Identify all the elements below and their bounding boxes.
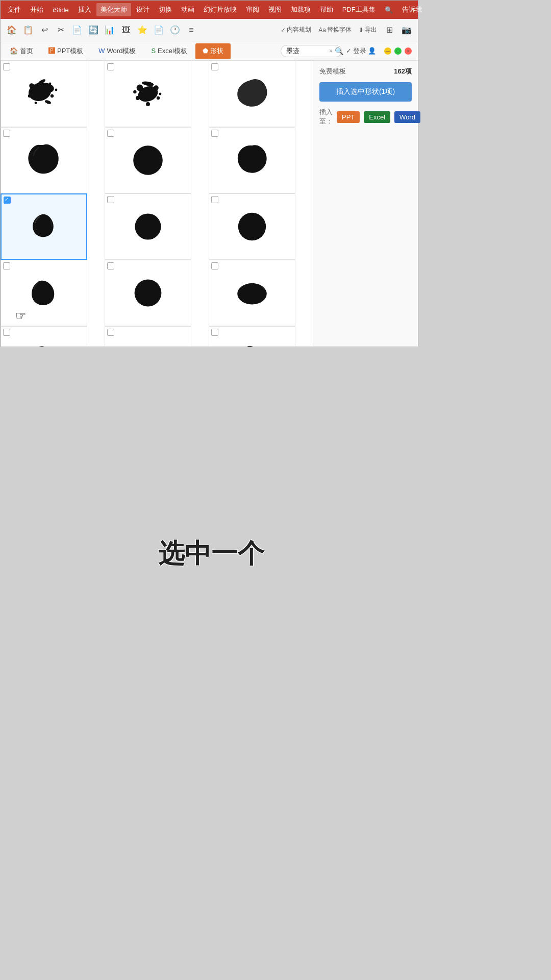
checkbox-1[interactable] — [3, 63, 10, 70]
grid-item-12[interactable] — [209, 260, 295, 326]
grid-item-4[interactable] — [1, 127, 87, 193]
menu-bar: 文件 开始 iSlide 插入 美化大师 设计 切换 动画 幻灯片放映 审阅 视… — [1, 1, 418, 19]
tab-word[interactable]: W Word模板 — [91, 43, 143, 59]
menu-item-transition[interactable]: 切换 — [155, 3, 176, 16]
login-btn[interactable]: ✓ 登录 👤 — [346, 46, 376, 56]
toolbar-grid2-icon[interactable]: ⊞ — [382, 23, 396, 37]
toolbar-copy-icon[interactable]: 📄 — [70, 23, 84, 37]
grid-item-11[interactable] — [105, 260, 191, 326]
toolbar-time-icon[interactable]: 🕐 — [168, 23, 182, 37]
shape-6 — [232, 140, 272, 181]
checkbox-6[interactable] — [211, 130, 218, 137]
replace-font-btn[interactable]: Aa 替换字体 — [316, 24, 354, 35]
toolbar: 🏠 📋 ↩ ✂ 📄 🔄 📊 🖼 ⭐ 📄 🕐 ≡ ✓ 内容规划 Aa 替换字体 ⬇… — [1, 19, 418, 41]
grid-item-9[interactable] — [209, 193, 295, 260]
free-count-row: 免费模板 162项 — [319, 67, 412, 76]
tab-excel[interactable]: S Excel模板 — [144, 43, 194, 59]
close-btn[interactable]: × — [405, 47, 412, 55]
toolbar-grid-icon[interactable]: 📊 — [103, 23, 117, 37]
toolbar-refresh-icon[interactable]: 🔄 — [86, 23, 101, 37]
checkbox-14[interactable] — [107, 329, 114, 336]
word-badge[interactable]: Word — [394, 111, 420, 123]
maximize-btn[interactable]: □ — [394, 47, 402, 55]
main-content: 免费模板 162项 插入选中形状(1项) 插入至： PPT Excel Word — [1, 61, 418, 347]
menu-item-pdf[interactable]: PDF工具集 — [338, 3, 380, 16]
checkbox-10[interactable] — [3, 262, 10, 270]
home-icon: 🏠 — [10, 47, 18, 55]
grid-item-13[interactable] — [1, 326, 87, 347]
shape-8 — [128, 206, 168, 247]
grid-item-5[interactable] — [105, 127, 191, 193]
checkbox-12[interactable] — [211, 262, 218, 270]
toolbar-camera-icon[interactable]: 📷 — [399, 23, 414, 37]
toolbar-home-icon[interactable]: 🏠 — [5, 23, 19, 37]
checkbox-3[interactable] — [211, 63, 218, 70]
replace-font-icon: Aa — [318, 27, 326, 34]
menu-item-insert[interactable]: 插入 — [74, 3, 95, 16]
menu-item-addons[interactable]: 加载项 — [287, 3, 315, 16]
menu-item-beautify[interactable]: 美化大师 — [96, 3, 131, 16]
grid-item-10[interactable] — [1, 260, 87, 326]
menu-item-slideshow[interactable]: 幻灯片放映 — [199, 3, 241, 16]
toolbar-list-icon[interactable]: ≡ — [184, 23, 198, 37]
shape-2 — [128, 74, 168, 114]
insert-btn[interactable]: 插入选中形状(1项) — [319, 82, 412, 102]
tab-shape[interactable]: ⬟ 形状 — [195, 43, 231, 59]
svg-point-2 — [29, 83, 34, 88]
menu-item-file[interactable]: 文件 — [4, 3, 25, 16]
grid-item-7-selected[interactable] — [1, 193, 87, 260]
grid-item-1[interactable] — [1, 61, 87, 127]
checkbox-5[interactable] — [107, 130, 114, 137]
menu-item-tellme-text[interactable]: 告诉我 — [398, 3, 422, 16]
checkbox-8[interactable] — [107, 196, 114, 203]
checkbox-2[interactable] — [107, 63, 114, 70]
menu-item-design[interactable]: 设计 — [132, 3, 154, 16]
menu-item-islide[interactable]: iSlide — [48, 4, 73, 16]
shape-15 — [232, 339, 272, 347]
menu-item-animation[interactable]: 动画 — [177, 3, 198, 16]
menu-item-tellme[interactable]: 🔍 — [381, 4, 397, 16]
content-plan-btn[interactable]: ✓ 内容规划 — [279, 24, 313, 35]
checkbox-4[interactable] — [3, 130, 10, 137]
svg-point-21 — [238, 213, 266, 240]
content-plan-icon: ✓ — [281, 27, 286, 34]
toolbar-doc-icon[interactable]: 📄 — [152, 23, 166, 37]
shape-icon: ⬟ — [203, 47, 208, 55]
export-btn[interactable]: ⬇ 导出 — [357, 24, 379, 35]
tab-ppt[interactable]: 🅿 PPT模板 — [41, 43, 90, 59]
menu-item-review[interactable]: 审阅 — [242, 3, 263, 16]
svg-point-3 — [51, 94, 54, 97]
search-input-wrap[interactable]: × 🔍 — [281, 45, 342, 57]
checkbox-7[interactable] — [4, 197, 11, 204]
toolbar-undo-icon[interactable]: ↩ — [37, 23, 52, 37]
menu-item-view[interactable]: 视图 — [264, 3, 286, 16]
search-clear-btn[interactable]: × — [329, 47, 333, 55]
toolbar-scissors-icon[interactable]: ✂ — [54, 23, 68, 37]
shape-14 — [128, 339, 168, 347]
ppt-badge[interactable]: PPT — [337, 111, 360, 123]
toolbar-star-icon[interactable]: ⭐ — [135, 23, 149, 37]
excel-badge[interactable]: Excel — [364, 111, 390, 123]
ppt-icon: 🅿 — [48, 47, 55, 55]
search-go-btn[interactable]: 🔍 — [335, 47, 343, 55]
menu-item-start[interactable]: 开始 — [26, 3, 47, 16]
grid-item-8[interactable] — [105, 193, 191, 260]
search-input[interactable] — [286, 47, 327, 55]
grid-item-14[interactable] — [105, 326, 191, 347]
menu-item-help[interactable]: 帮助 — [316, 3, 337, 16]
tab-home[interactable]: 🏠 首页 — [3, 43, 40, 59]
grid-item-3[interactable] — [209, 61, 295, 127]
grid-item-6[interactable] — [209, 127, 295, 193]
shape-1 — [23, 74, 64, 114]
svg-point-19 — [133, 145, 163, 175]
grid-item-2[interactable] — [105, 61, 191, 127]
toolbar-template-icon[interactable]: 📋 — [21, 23, 35, 37]
toolbar-image-icon[interactable]: 🖼 — [119, 23, 133, 37]
svg-point-13 — [136, 96, 140, 100]
checkbox-11[interactable] — [107, 262, 114, 270]
minimize-btn[interactable]: — — [384, 47, 391, 55]
grid-item-15[interactable] — [209, 326, 295, 347]
checkbox-9[interactable] — [211, 196, 218, 203]
checkbox-15[interactable] — [211, 329, 218, 336]
checkbox-13[interactable] — [3, 329, 10, 336]
